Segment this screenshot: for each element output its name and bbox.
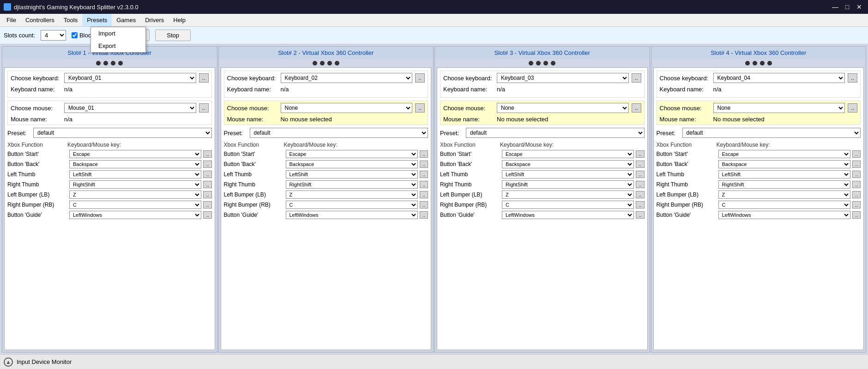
mapping-btn-1-4[interactable]: .. [203, 191, 211, 198]
mapping-btn-3-5[interactable]: .. [636, 201, 644, 208]
mapping-key-select-2-1[interactable]: Backspace [286, 160, 418, 168]
mapping-key-select-2-3[interactable]: RightShift [286, 180, 418, 189]
mapping-btn-2-1[interactable]: .. [420, 161, 428, 168]
mapping-btn-3-0[interactable]: .. [636, 150, 644, 158]
mapping-btn-1-3[interactable]: .. [203, 181, 211, 188]
menu-help[interactable]: Help [169, 14, 190, 26]
mapping-key-select-2-6[interactable]: LeftWindows [286, 211, 418, 219]
mapping-btn-2-5[interactable]: .. [420, 201, 428, 208]
keyboard-browse-btn-1[interactable]: .. [199, 73, 209, 83]
menu-presets[interactable]: Presets [82, 14, 112, 26]
block-mice-checkbox[interactable] [72, 32, 78, 38]
mapping-key-select-4-6[interactable]: LeftWindows [718, 211, 850, 219]
mapping-btn-1-5[interactable]: .. [203, 201, 211, 208]
mouse-name-value-3: No mouse selected [497, 116, 548, 123]
mapping-key-select-2-2[interactable]: LeftShift [286, 170, 418, 179]
mapping-key-select-1-2[interactable]: LeftShift [69, 170, 201, 179]
keyboard-select-2[interactable]: Keyboard_02 [281, 73, 413, 83]
keyboard-browse-btn-2[interactable]: .. [415, 73, 425, 83]
mapping-function-4-4: Left Bumper (LB) [657, 191, 717, 198]
maximize-button[interactable]: □ [842, 2, 852, 12]
dot-indicator [313, 61, 317, 65]
mapping-key-select-2-4[interactable]: Z [286, 190, 418, 199]
mapping-btn-1-0[interactable]: .. [203, 150, 211, 158]
mapping-key-select-4-0[interactable]: Escape [718, 150, 850, 158]
mapping-key-select-2-5[interactable]: C [286, 201, 418, 209]
keyboard-name-label: Keyboard name: [11, 86, 61, 93]
preset-select-4[interactable]: default [682, 128, 861, 138]
keyboard-browse-btn-4[interactable]: .. [848, 73, 857, 83]
mapping-btn-2-3[interactable]: .. [420, 181, 428, 188]
mapping-key-select-4-3[interactable]: RightShift [718, 180, 850, 189]
mapping-btn-4-6[interactable]: .. [852, 211, 861, 219]
preset-label: Preset: [440, 130, 463, 137]
mapping-key-select-1-5[interactable]: C [69, 201, 201, 209]
mapping-key-select-4-4[interactable]: Z [718, 190, 850, 199]
menu-controllers[interactable]: Controllers [21, 14, 59, 26]
menu-games[interactable]: Games [112, 14, 140, 26]
mouse-browse-btn-2[interactable]: .. [415, 103, 425, 113]
dot-indicator [320, 61, 325, 65]
mapping-key-select-3-3[interactable]: RightShift [502, 180, 634, 189]
mapping-key-select-1-4[interactable]: Z [69, 190, 201, 199]
keyboard-name-row-2: Keyboard name: n/a [227, 86, 425, 93]
preset-select-1[interactable]: default [33, 128, 212, 138]
mapping-btn-4-2[interactable]: .. [852, 171, 861, 178]
mapping-key-select-3-5[interactable]: C [502, 201, 634, 209]
mapping-btn-3-6[interactable]: .. [636, 211, 644, 219]
dropdown-import[interactable]: Import [91, 27, 145, 40]
mouse-browse-btn-4[interactable]: .. [848, 103, 857, 113]
mapping-btn-4-3[interactable]: .. [852, 181, 861, 188]
menu-drivers[interactable]: Drivers [140, 14, 169, 26]
mapping-btn-1-1[interactable]: .. [203, 161, 211, 168]
stop-button[interactable]: Stop [155, 30, 191, 41]
mapping-btn-3-2[interactable]: .. [636, 171, 644, 178]
mapping-btn-4-0[interactable]: .. [852, 150, 861, 158]
keyboard-browse-btn-3[interactable]: .. [632, 73, 641, 83]
mapping-key-select-2-0[interactable]: Escape [286, 150, 418, 158]
slots-count-select[interactable]: 4 1 2 3 [41, 30, 66, 41]
mouse-select-2[interactable]: None [281, 103, 413, 113]
slot-body-2: Choose keyboard: Keyboard_02 .. Keyboard… [221, 67, 432, 350]
mapping-key-select-3-6[interactable]: LeftWindows [502, 211, 634, 219]
keyboard-select-1[interactable]: Keyboard_01 [64, 73, 196, 83]
mapping-btn-1-6[interactable]: .. [203, 211, 211, 219]
mapping-key-select-3-4[interactable]: Z [502, 190, 634, 199]
mapping-btn-2-6[interactable]: .. [420, 211, 428, 219]
mapping-key-select-4-5[interactable]: C [718, 201, 850, 209]
mouse-select-1[interactable]: Mouse_01 [64, 103, 196, 113]
mapping-btn-4-1[interactable]: .. [852, 161, 861, 168]
mapping-btn-2-4[interactable]: .. [420, 191, 428, 198]
mouse-browse-btn-1[interactable]: .. [199, 103, 209, 113]
mapping-key-select-1-3[interactable]: RightShift [69, 180, 201, 189]
mapping-btn-1-2[interactable]: .. [203, 171, 211, 178]
preset-select-2[interactable]: default [250, 128, 428, 138]
mapping-btn-3-1[interactable]: .. [636, 161, 644, 168]
menu-tools[interactable]: Tools [59, 14, 82, 26]
mouse-select-3[interactable]: None [497, 103, 629, 113]
close-button[interactable]: ✕ [854, 2, 864, 12]
mapping-btn-2-2[interactable]: .. [420, 171, 428, 178]
keyboard-select-4[interactable]: Keyboard_04 [713, 73, 845, 83]
menu-file[interactable]: File [2, 14, 21, 26]
mapping-key-select-3-2[interactable]: LeftShift [502, 170, 634, 179]
mapping-key-select-4-1[interactable]: Backspace [718, 160, 850, 168]
mapping-btn-4-4[interactable]: .. [852, 191, 861, 198]
mapping-btn-3-3[interactable]: .. [636, 181, 644, 188]
mapping-key-select-4-2[interactable]: LeftShift [718, 170, 850, 179]
preset-select-3[interactable]: default [466, 128, 645, 138]
mapping-key-select-1-6[interactable]: LeftWindows [69, 211, 201, 219]
mouse-select-4[interactable]: None [713, 103, 845, 113]
mapping-btn-3-4[interactable]: .. [636, 191, 644, 198]
mapping-btn-2-0[interactable]: .. [420, 150, 428, 158]
mapping-key-select-1-0[interactable]: Escape [69, 150, 201, 158]
mapping-btn-4-5[interactable]: .. [852, 201, 861, 208]
mouse-browse-btn-3[interactable]: .. [632, 103, 641, 113]
mapping-key-select-3-1[interactable]: Backspace [502, 160, 634, 168]
mapping-key-select-1-1[interactable]: Backspace [69, 160, 201, 168]
col-key-header: Keyboard/Mouse key: [500, 142, 645, 148]
dropdown-export[interactable]: Export [91, 40, 145, 52]
minimize-button[interactable]: — [830, 2, 840, 12]
keyboard-select-3[interactable]: Keyboard_03 [497, 73, 629, 83]
mapping-key-select-3-0[interactable]: Escape [502, 150, 634, 158]
